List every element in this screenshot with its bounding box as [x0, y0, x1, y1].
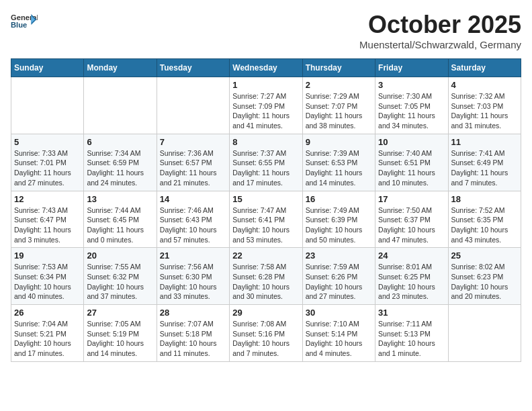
day-info: Sunrise: 7:11 AM Sunset: 5:13 PM Dayligh…	[378, 319, 445, 359]
day-number: 16	[306, 194, 372, 204]
day-info: Sunrise: 7:41 AM Sunset: 6:49 PM Dayligh…	[451, 148, 518, 188]
day-info: Sunrise: 8:01 AM Sunset: 6:25 PM Dayligh…	[378, 262, 445, 302]
day-number: 23	[306, 250, 372, 261]
day-info: Sunrise: 7:39 AM Sunset: 6:53 PM Dayligh…	[306, 148, 372, 188]
calendar-header-thursday: Thursday	[302, 59, 375, 77]
day-number: 15	[232, 194, 299, 204]
calendar-cell: 9Sunrise: 7:39 AM Sunset: 6:53 PM Daylig…	[302, 134, 375, 191]
calendar-header-row: SundayMondayTuesdayWednesdayThursdayFrid…	[11, 59, 521, 77]
calendar-cell: 12Sunrise: 7:43 AM Sunset: 6:47 PM Dayli…	[11, 191, 84, 248]
page-header: General Blue October 2025 Muenstertal/Sc…	[11, 11, 521, 50]
calendar-cell: 26Sunrise: 7:04 AM Sunset: 5:21 PM Dayli…	[11, 305, 84, 362]
title-block: October 2025 Muenstertal/Schwarzwald, Ge…	[359, 11, 521, 50]
day-info: Sunrise: 7:34 AM Sunset: 6:59 PM Dayligh…	[87, 148, 153, 188]
day-number: 4	[451, 80, 518, 90]
day-info: Sunrise: 7:50 AM Sunset: 6:37 PM Dayligh…	[378, 205, 445, 245]
day-info: Sunrise: 7:29 AM Sunset: 7:07 PM Dayligh…	[306, 91, 372, 131]
calendar-cell: 10Sunrise: 7:40 AM Sunset: 6:51 PM Dayli…	[375, 134, 448, 191]
day-number: 27	[87, 308, 153, 318]
calendar-week-row: 12Sunrise: 7:43 AM Sunset: 6:47 PM Dayli…	[11, 191, 521, 248]
day-number: 8	[232, 137, 299, 147]
calendar-cell: 8Sunrise: 7:37 AM Sunset: 6:55 PM Daylig…	[230, 134, 302, 191]
day-info: Sunrise: 7:04 AM Sunset: 5:21 PM Dayligh…	[14, 319, 81, 359]
calendar-cell: 6Sunrise: 7:34 AM Sunset: 6:59 PM Daylig…	[84, 134, 157, 191]
day-info: Sunrise: 7:52 AM Sunset: 6:35 PM Dayligh…	[451, 205, 518, 245]
day-number: 10	[378, 137, 445, 147]
day-info: Sunrise: 7:07 AM Sunset: 5:18 PM Dayligh…	[160, 319, 226, 359]
calendar-cell: 19Sunrise: 7:53 AM Sunset: 6:34 PM Dayli…	[11, 248, 84, 305]
calendar-cell: 16Sunrise: 7:49 AM Sunset: 6:39 PM Dayli…	[302, 191, 375, 248]
day-info: Sunrise: 7:36 AM Sunset: 6:57 PM Dayligh…	[160, 148, 226, 188]
logo-icon: General Blue	[11, 11, 38, 31]
day-info: Sunrise: 7:40 AM Sunset: 6:51 PM Dayligh…	[378, 148, 445, 188]
day-number: 24	[378, 250, 445, 261]
day-info: Sunrise: 7:44 AM Sunset: 6:45 PM Dayligh…	[87, 205, 153, 245]
calendar-cell: 24Sunrise: 8:01 AM Sunset: 6:25 PM Dayli…	[375, 248, 448, 305]
day-number: 29	[232, 308, 299, 318]
calendar-cell: 31Sunrise: 7:11 AM Sunset: 5:13 PM Dayli…	[375, 305, 448, 362]
day-number: 22	[232, 250, 299, 261]
day-number: 30	[306, 308, 372, 318]
day-number: 9	[306, 137, 372, 147]
day-number: 18	[451, 194, 518, 204]
day-number: 26	[14, 308, 81, 318]
day-info: Sunrise: 7:53 AM Sunset: 6:34 PM Dayligh…	[14, 262, 81, 302]
calendar-cell: 2Sunrise: 7:29 AM Sunset: 7:07 PM Daylig…	[302, 77, 375, 134]
calendar-week-row: 1Sunrise: 7:27 AM Sunset: 7:09 PM Daylig…	[11, 77, 521, 134]
calendar-header-monday: Monday	[84, 59, 157, 77]
day-number: 6	[87, 137, 153, 147]
day-number: 5	[14, 137, 81, 147]
calendar-header-tuesday: Tuesday	[157, 59, 229, 77]
calendar-cell: 4Sunrise: 7:32 AM Sunset: 7:03 PM Daylig…	[448, 77, 521, 134]
day-number: 19	[14, 250, 81, 261]
day-number: 31	[378, 308, 445, 318]
day-info: Sunrise: 7:32 AM Sunset: 7:03 PM Dayligh…	[451, 91, 518, 131]
day-info: Sunrise: 7:33 AM Sunset: 7:01 PM Dayligh…	[14, 148, 81, 188]
calendar-header-sunday: Sunday	[11, 59, 84, 77]
day-info: Sunrise: 8:02 AM Sunset: 6:23 PM Dayligh…	[451, 262, 518, 302]
day-info: Sunrise: 7:43 AM Sunset: 6:47 PM Dayligh…	[14, 205, 81, 245]
day-info: Sunrise: 7:55 AM Sunset: 6:32 PM Dayligh…	[87, 262, 153, 302]
calendar-cell: 5Sunrise: 7:33 AM Sunset: 7:01 PM Daylig…	[11, 134, 84, 191]
day-info: Sunrise: 7:56 AM Sunset: 6:30 PM Dayligh…	[160, 262, 226, 302]
calendar-table: SundayMondayTuesdayWednesdayThursdayFrid…	[11, 58, 521, 362]
calendar-week-row: 26Sunrise: 7:04 AM Sunset: 5:21 PM Dayli…	[11, 305, 521, 362]
day-info: Sunrise: 7:58 AM Sunset: 6:28 PM Dayligh…	[232, 262, 299, 302]
calendar-cell	[448, 305, 521, 362]
location: Muenstertal/Schwarzwald, Germany	[359, 39, 521, 50]
day-number: 3	[378, 80, 445, 90]
day-number: 25	[451, 250, 518, 261]
day-number: 28	[160, 308, 226, 318]
logo: General Blue	[11, 11, 38, 31]
calendar-cell: 29Sunrise: 7:08 AM Sunset: 5:16 PM Dayli…	[230, 305, 302, 362]
calendar-cell: 30Sunrise: 7:10 AM Sunset: 5:14 PM Dayli…	[302, 305, 375, 362]
day-number: 12	[14, 194, 81, 204]
day-info: Sunrise: 7:10 AM Sunset: 5:14 PM Dayligh…	[306, 319, 372, 359]
day-info: Sunrise: 7:49 AM Sunset: 6:39 PM Dayligh…	[306, 205, 372, 245]
calendar-cell: 23Sunrise: 7:59 AM Sunset: 6:26 PM Dayli…	[302, 248, 375, 305]
day-number: 13	[87, 194, 153, 204]
calendar-cell: 15Sunrise: 7:47 AM Sunset: 6:41 PM Dayli…	[230, 191, 302, 248]
day-number: 11	[451, 137, 518, 147]
day-info: Sunrise: 7:05 AM Sunset: 5:19 PM Dayligh…	[87, 319, 153, 359]
calendar-cell: 7Sunrise: 7:36 AM Sunset: 6:57 PM Daylig…	[157, 134, 229, 191]
calendar-cell: 14Sunrise: 7:46 AM Sunset: 6:43 PM Dayli…	[157, 191, 229, 248]
day-info: Sunrise: 7:46 AM Sunset: 6:43 PM Dayligh…	[160, 205, 226, 245]
day-info: Sunrise: 7:59 AM Sunset: 6:26 PM Dayligh…	[306, 262, 372, 302]
calendar-header-friday: Friday	[375, 59, 448, 77]
svg-text:Blue: Blue	[11, 21, 27, 29]
calendar-cell: 22Sunrise: 7:58 AM Sunset: 6:28 PM Dayli…	[230, 248, 302, 305]
calendar-cell: 1Sunrise: 7:27 AM Sunset: 7:09 PM Daylig…	[230, 77, 302, 134]
day-number: 2	[306, 80, 372, 90]
calendar-cell: 18Sunrise: 7:52 AM Sunset: 6:35 PM Dayli…	[448, 191, 521, 248]
calendar-week-row: 19Sunrise: 7:53 AM Sunset: 6:34 PM Dayli…	[11, 248, 521, 305]
calendar-cell	[84, 77, 157, 134]
day-info: Sunrise: 7:30 AM Sunset: 7:05 PM Dayligh…	[378, 91, 445, 131]
calendar-header-saturday: Saturday	[448, 59, 521, 77]
month-title: October 2025	[359, 11, 521, 39]
day-number: 7	[160, 137, 226, 147]
day-number: 17	[378, 194, 445, 204]
day-number: 21	[160, 250, 226, 261]
calendar-cell: 13Sunrise: 7:44 AM Sunset: 6:45 PM Dayli…	[84, 191, 157, 248]
calendar-cell: 11Sunrise: 7:41 AM Sunset: 6:49 PM Dayli…	[448, 134, 521, 191]
